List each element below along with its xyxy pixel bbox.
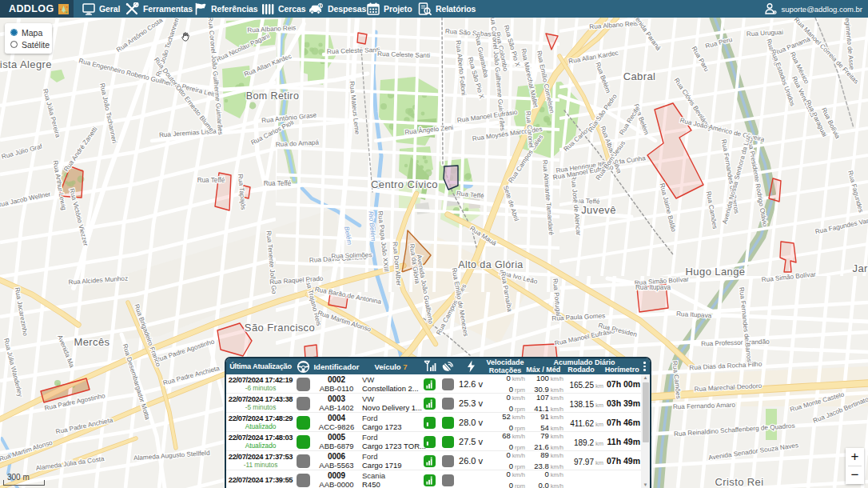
svg-text:Cristo Rei: Cristo Rei xyxy=(715,476,763,488)
svg-text:Rua Teffé: Rua Teffé xyxy=(264,180,292,187)
svg-text:Rua Itupava: Rua Itupava xyxy=(635,284,671,291)
svg-text:$: $ xyxy=(319,3,321,8)
svg-text:Centro Cívico: Centro Cívico xyxy=(371,178,438,190)
svg-text:Jard: Jard xyxy=(853,262,868,274)
svg-text:Juvevê: Juvevê xyxy=(581,204,616,216)
svg-text:Rua Solimões: Rua Solimões xyxy=(331,251,372,260)
svg-text:Vista Alegre: Vista Alegre xyxy=(0,58,52,70)
svg-text:Bom Retiro: Bom Retiro xyxy=(246,90,300,102)
svg-text:Cabral: Cabral xyxy=(623,70,656,82)
svg-text:Mercês: Mercês xyxy=(74,336,109,348)
svg-text:Hugo Lange: Hugo Lange xyxy=(686,266,746,278)
svg-text:Rua Teffé: Rua Teffé xyxy=(197,177,225,184)
svg-text:São Francisco: São Francisco xyxy=(245,322,315,334)
svg-text:Alto da Glória: Alto da Glória xyxy=(458,259,523,270)
